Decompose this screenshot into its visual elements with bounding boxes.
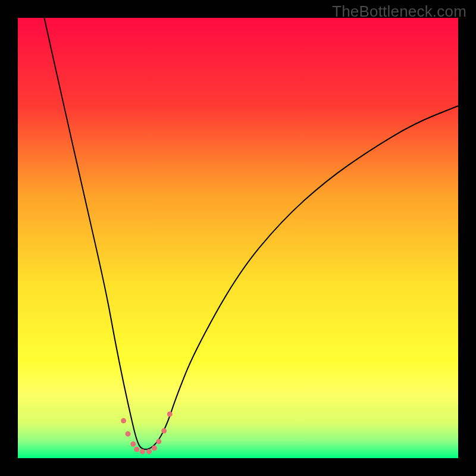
data-marker: [152, 445, 157, 450]
chart-container: TheBottleneck.com: [0, 0, 476, 476]
data-marker: [121, 418, 126, 424]
data-marker: [130, 441, 136, 447]
watermark-label: TheBottleneck.com: [332, 2, 466, 21]
data-marker: [126, 431, 131, 437]
data-marker: [146, 449, 152, 454]
data-marker: [140, 449, 145, 454]
data-marker: [156, 439, 161, 444]
data-marker: [134, 447, 139, 452]
chart-svg: [0, 0, 476, 476]
data-marker: [161, 428, 167, 434]
data-marker: [167, 412, 173, 417]
plot-background: [18, 18, 458, 458]
